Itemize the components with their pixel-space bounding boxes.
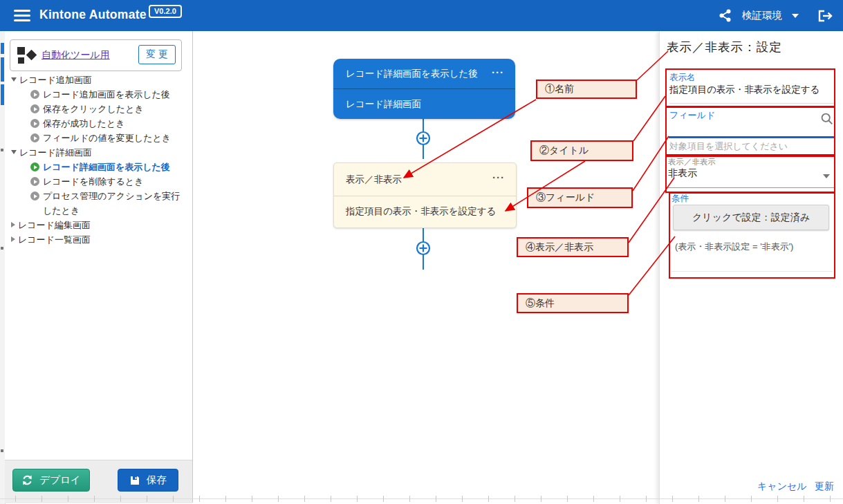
caret-down-icon (11, 150, 17, 154)
caret-right-icon (11, 222, 15, 227)
app-link[interactable]: 自動化ツール用 (41, 49, 110, 62)
condition-label: 条件 (671, 193, 689, 205)
sidebar: 自動化ツール用 変 更 レコード追加画面レコード追加画面を表示した後保存をクリッ… (5, 31, 193, 503)
add-step-icon[interactable] (415, 240, 432, 256)
tree-label: 保存が成功したとき (43, 116, 125, 131)
action-node-subtitle: 指定項目の表示・非表示を設定する (346, 196, 506, 227)
share-icon[interactable] (718, 8, 732, 23)
bottom-ruler-ticks (15, 496, 843, 502)
save-button-label: 保存 (147, 474, 167, 487)
tree-item[interactable]: プロセス管理のアクションを実行したとき (11, 189, 187, 218)
caret-down-icon (11, 77, 17, 82)
add-step-icon[interactable] (415, 130, 432, 147)
app-window: Kintone Automate V0.2.0 検証環境 (0, 0, 843, 504)
deploy-button-label: デプロイ (39, 474, 80, 487)
action-node[interactable]: 表示／非表示 ··· 指定項目の表示・非表示を設定する (333, 162, 517, 228)
save-icon (129, 475, 140, 486)
node-menu-icon[interactable]: ··· (492, 66, 504, 78)
environment-selector[interactable]: 検証環境 (742, 9, 782, 22)
field-input-underline (669, 136, 834, 138)
tree-label: レコード追加画面を表示した後 (43, 87, 170, 102)
tree-label: フィールドの値を変更したとき (43, 131, 171, 145)
annotation-condition: ⑤条件 (517, 293, 629, 313)
field-label: フィールド (669, 109, 715, 122)
settings-panel: 表示／非表示：設定 表示名 指定項目の表示・非表示を設定する フィールド 対象項… (659, 31, 843, 504)
play-icon (30, 177, 39, 186)
trigger-node-subtitle: レコード詳細画面 (346, 89, 506, 119)
tree-label: レコード追加画面 (19, 73, 92, 87)
tree-label: レコード一覧画面 (18, 232, 91, 247)
event-tree: レコード追加画面レコード追加画面を表示した後保存をクリックしたとき保存が成功した… (11, 73, 187, 247)
chevron-down-icon[interactable] (792, 14, 799, 18)
tree-item[interactable]: フィールドの値を変更したとき (11, 131, 187, 145)
node-menu-icon[interactable]: ··· (492, 171, 505, 183)
visibility-select[interactable]: 非表示 (668, 167, 697, 180)
visibility-label: 表示／非表示 (668, 157, 716, 167)
cancel-link[interactable]: キャンセル (757, 480, 807, 493)
search-icon[interactable] (820, 112, 834, 126)
tree-label: 保存をクリックしたとき (43, 102, 144, 116)
tree-item[interactable]: レコード追加画面を表示した後 (11, 87, 187, 102)
trigger-node-title: レコード詳細画面を表示した後 (346, 59, 488, 88)
trigger-node[interactable]: レコード詳細画面を表示した後 ··· レコード詳細画面 (333, 59, 515, 119)
annotation-name: ①名前 (536, 80, 637, 99)
deploy-button[interactable]: デプロイ (12, 469, 90, 492)
caret-right-icon (11, 236, 15, 242)
logout-icon[interactable] (817, 8, 833, 24)
play-icon (30, 90, 39, 99)
app-header: Kintone Automate V0.2.0 検証環境 (0, 0, 843, 31)
chevron-down-icon[interactable] (823, 174, 830, 178)
tree-item[interactable]: レコード詳細画面を表示した後 (11, 160, 187, 174)
field-input-placeholder[interactable]: 対象項目を選択してください (669, 140, 788, 153)
version-badge: V0.2.0 (149, 5, 182, 18)
tree-group[interactable]: レコード一覧画面 (11, 232, 187, 247)
annotation-field: ③フィールド (527, 187, 633, 208)
tree-label: レコードを削除するとき (43, 174, 143, 189)
tree-group[interactable]: レコード詳細画面 (11, 145, 187, 160)
play-icon (30, 192, 39, 200)
annotation-visibility: ④表示／非表示 (517, 237, 629, 257)
update-link[interactable]: 更新 (815, 480, 834, 493)
app-selector-box: 自動化ツール用 変 更 (10, 39, 182, 71)
play-icon (30, 104, 39, 113)
tree-group[interactable]: レコード追加画面 (11, 73, 187, 87)
tree-label: レコード詳細画面 (19, 145, 92, 160)
app-icon (17, 46, 35, 64)
condition-summary: (表示・非表示設定 = '非表示') (675, 241, 793, 253)
change-app-button[interactable]: 変 更 (138, 45, 176, 64)
display-name-label: 表示名 (669, 72, 696, 84)
tree-item[interactable]: 保存をクリックしたとき (11, 102, 187, 116)
tree-label: レコード詳細画面を表示した後 (43, 160, 170, 174)
play-icon (30, 162, 39, 171)
tree-item[interactable]: 保存が成功したとき (11, 116, 187, 131)
condition-set-button[interactable]: クリックで設定：設定済み (673, 205, 829, 230)
tree-label: プロセス管理のアクションを実行したとき (43, 189, 185, 218)
action-node-title: 表示／非表示 (346, 163, 488, 196)
save-button[interactable]: 保存 (118, 469, 178, 492)
tree-label: レコード編集画面 (18, 218, 91, 232)
play-icon (30, 133, 39, 142)
annotation-title: ②タイトル (530, 140, 633, 161)
panel-title: 表示／非表示：設定 (667, 39, 782, 55)
tree-item[interactable]: レコードを削除するとき (11, 174, 187, 189)
tree-group[interactable]: レコード編集画面 (11, 218, 187, 232)
app-title: Kintone Automate (39, 8, 147, 22)
display-name-input[interactable]: 指定項目の表示・非表示を設定する (669, 84, 819, 96)
sync-icon (21, 474, 33, 486)
play-icon (30, 119, 39, 128)
menu-icon[interactable] (14, 10, 30, 21)
